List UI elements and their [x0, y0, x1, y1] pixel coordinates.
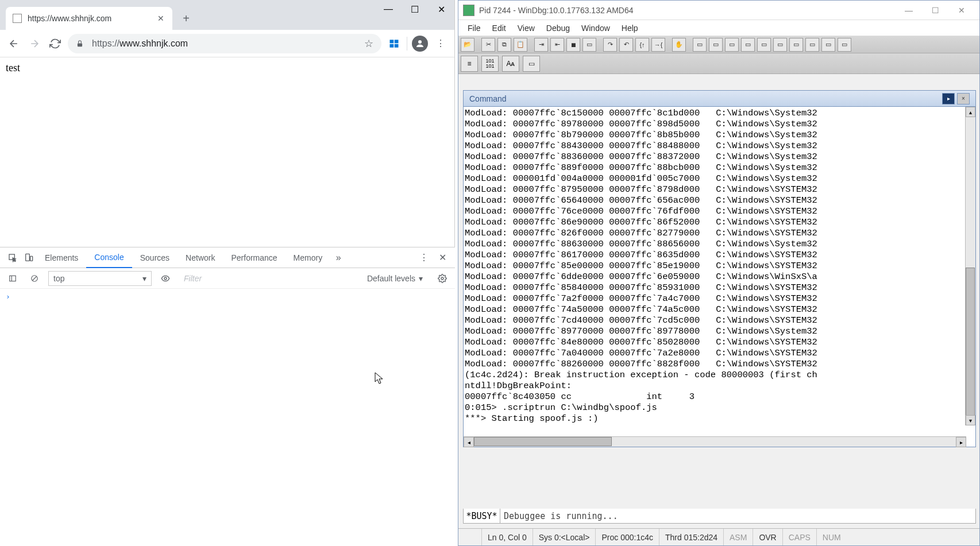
scratch-window-icon[interactable]: ▭: [805, 38, 819, 52]
pane-dock-icon[interactable]: ▸: [942, 93, 955, 104]
scroll-down-icon[interactable]: ▾: [966, 415, 975, 425]
svg-rect-0: [78, 43, 82, 47]
more-tabs-icon[interactable]: »: [330, 250, 346, 266]
windbg-window: Pid 7244 - WinDbg:10.0.17763.132 AMD64 —…: [458, 0, 980, 546]
svg-rect-7: [26, 254, 30, 261]
stop-icon[interactable]: ⏹: [566, 38, 580, 52]
close-devtools-icon[interactable]: ✕: [434, 250, 450, 266]
tab-memory[interactable]: Memory: [285, 247, 331, 268]
page-text: test: [6, 62, 20, 73]
settings-icon[interactable]: [434, 270, 450, 286]
vertical-scrollbar[interactable]: ▴ ▾: [965, 107, 975, 425]
source-mode-icon[interactable]: ≡: [461, 56, 478, 72]
break-icon[interactable]: ▭: [582, 38, 596, 52]
step-into-icon[interactable]: ↷: [603, 38, 617, 52]
address-bar[interactable]: https://www.shhnjk.com ☆: [68, 34, 381, 53]
clear-console-icon[interactable]: [26, 270, 43, 286]
command-pane-title[interactable]: Command ▸ ×: [464, 91, 975, 107]
menu-edit[interactable]: Edit: [487, 24, 512, 33]
toolbar-secondary: ≡ 101101 Aᴀ ▭: [458, 53, 979, 74]
tab-sources[interactable]: Sources: [132, 247, 178, 268]
new-tab-button[interactable]: +: [178, 10, 194, 26]
windows-app-icon[interactable]: [386, 36, 402, 52]
status-num: NUM: [816, 529, 847, 545]
svg-rect-3: [390, 44, 394, 47]
tab-performance[interactable]: Performance: [223, 247, 285, 268]
close-window-button[interactable]: ✕: [428, 0, 454, 18]
open-icon[interactable]: 📂: [461, 38, 474, 52]
minimize-button[interactable]: —: [896, 2, 922, 19]
command-output[interactable]: ModLoad: 00007ffc`8c150000 00007ffc`8c1b…: [464, 107, 975, 425]
sidebar-toggle-icon[interactable]: [5, 270, 21, 286]
live-expression-icon[interactable]: [157, 270, 173, 286]
svg-rect-8: [30, 256, 33, 261]
restart-icon[interactable]: ⇤: [550, 38, 564, 52]
run-to-icon[interactable]: →{: [651, 38, 665, 52]
registers-window-icon[interactable]: ▭: [741, 38, 755, 52]
go-icon[interactable]: ⇥: [534, 38, 548, 52]
locals-window-icon[interactable]: ▭: [725, 38, 739, 52]
binary-icon[interactable]: 101101: [481, 56, 499, 72]
maximize-button[interactable]: ☐: [922, 2, 948, 19]
tab-network[interactable]: Network: [178, 247, 223, 268]
options-icon[interactable]: ▭: [523, 56, 540, 72]
levels-select[interactable]: Default levels▾: [361, 274, 429, 283]
inspect-icon[interactable]: [5, 250, 21, 266]
tab-strip: https://www.shhnjk.com ✕ + — ☐ ✕: [0, 0, 454, 30]
menu-file[interactable]: File: [462, 24, 487, 33]
menu-window[interactable]: Window: [576, 24, 616, 33]
close-button[interactable]: ✕: [948, 2, 975, 19]
status-sys: Sys 0:<Local>: [533, 529, 596, 545]
devtools-menu-icon[interactable]: ⋮: [416, 250, 432, 266]
browser-tab[interactable]: https://www.shhnjk.com ✕: [6, 7, 172, 30]
prompt-icon: ›: [6, 292, 10, 301]
horizontal-scrollbar[interactable]: ◂ ▸: [464, 436, 966, 447]
back-button[interactable]: [6, 36, 22, 52]
disasm-window-icon[interactable]: ▭: [789, 38, 803, 52]
forward-button[interactable]: [26, 36, 43, 52]
console-output[interactable]: ›: [0, 289, 455, 304]
menu-debug[interactable]: Debug: [541, 24, 576, 33]
window-controls: — ☐ ✕: [375, 0, 454, 18]
menubar: File Edit View Debug Window Help: [458, 20, 979, 36]
profile-avatar[interactable]: [412, 36, 428, 52]
step-over-icon[interactable]: ↶: [619, 38, 633, 52]
scroll-hthumb[interactable]: [474, 437, 612, 446]
tab-console[interactable]: Console: [86, 247, 132, 268]
context-select[interactable]: top▾: [48, 271, 152, 286]
url-text: https://www.shhnjk.com: [92, 38, 364, 49]
menu-view[interactable]: View: [512, 24, 541, 33]
source-window-icon[interactable]: ▭: [838, 38, 851, 52]
menu-help[interactable]: Help: [616, 24, 644, 33]
reload-button[interactable]: [47, 36, 63, 52]
device-icon[interactable]: [21, 250, 37, 266]
tab-elements[interactable]: Elements: [37, 247, 86, 268]
scroll-up-icon[interactable]: ▴: [966, 107, 975, 117]
callstack-window-icon[interactable]: ▭: [773, 38, 787, 52]
maximize-button[interactable]: ☐: [402, 0, 428, 18]
cmd-window-icon[interactable]: ▭: [693, 38, 707, 52]
memory-window-icon[interactable]: ▭: [757, 38, 771, 52]
scroll-left-icon[interactable]: ◂: [464, 437, 474, 447]
command-input[interactable]: Debuggee is running...: [500, 509, 975, 523]
minimize-button[interactable]: —: [375, 0, 402, 18]
close-tab-icon[interactable]: ✕: [156, 14, 165, 23]
scroll-right-icon[interactable]: ▸: [956, 437, 966, 447]
step-out-icon[interactable]: {↑: [635, 38, 649, 52]
bookmark-icon[interactable]: ☆: [364, 37, 373, 50]
scroll-thumb[interactable]: [966, 268, 975, 417]
cut-icon[interactable]: ✂: [481, 38, 495, 52]
filter-input[interactable]: [179, 271, 356, 286]
page-content: test: [0, 57, 454, 247]
watch-window-icon[interactable]: ▭: [709, 38, 723, 52]
font-icon[interactable]: Aᴀ: [502, 56, 519, 72]
console-toolbar: top▾ Default levels▾: [0, 268, 455, 289]
proc-threads-icon[interactable]: ▭: [821, 38, 835, 52]
hand-icon[interactable]: ✋: [672, 38, 686, 52]
windbg-titlebar[interactable]: Pid 7244 - WinDbg:10.0.17763.132 AMD64 —…: [458, 1, 979, 20]
copy-icon[interactable]: ⧉: [497, 38, 511, 52]
status-asm: ASM: [723, 529, 753, 545]
paste-icon[interactable]: 📋: [514, 38, 527, 52]
menu-button[interactable]: ⋮: [433, 36, 449, 52]
pane-close-icon[interactable]: ×: [957, 93, 970, 104]
